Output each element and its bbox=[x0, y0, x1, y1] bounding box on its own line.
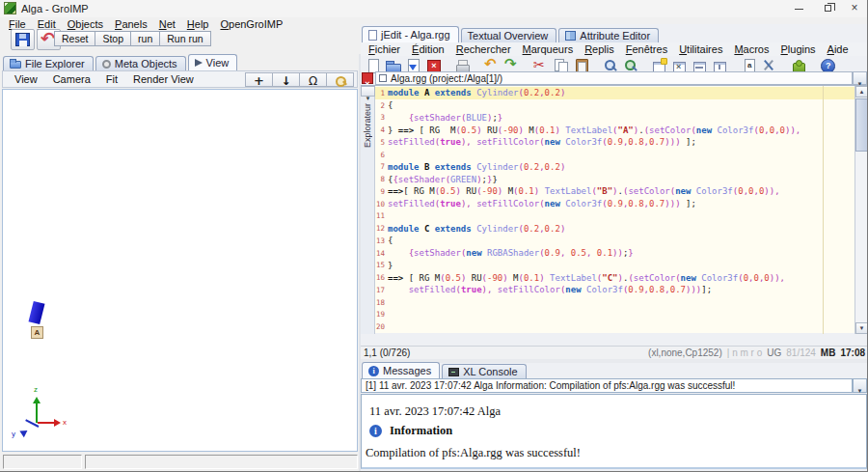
code-editor[interactable]: Explorateur 1module A extends Cylinder(0… bbox=[361, 85, 868, 333]
line-number: 3 bbox=[375, 113, 388, 122]
tab-messages[interactable]: Messages bbox=[362, 362, 440, 378]
status-right-cluster: (xl,none,Cp1252) | n m r o UG 81/124 MB … bbox=[648, 347, 865, 358]
stop-button[interactable]: Stop bbox=[95, 31, 131, 46]
meta-objects-icon bbox=[102, 60, 111, 69]
rgg-run-buttons: ResetStoprunRun run bbox=[55, 31, 211, 46]
jedit-statusbar: 1,1 (0/726) (xl,none,Cp1252) | n m r o U… bbox=[361, 346, 868, 359]
tab-textual-overview[interactable]: Textual Overview bbox=[461, 28, 557, 42]
rotate-button[interactable] bbox=[299, 72, 327, 87]
menu-plugins[interactable]: Plugins bbox=[774, 42, 821, 56]
minimize-button[interactable] bbox=[785, 0, 812, 17]
code-line-3[interactable]: 3 {setShader(BLUE);} bbox=[375, 112, 854, 125]
code-line-20[interactable]: 20 bbox=[375, 320, 854, 333]
close-button[interactable]: × bbox=[841, 0, 868, 17]
message-timestamp: 11 avr. 2023 17:07:42 Alga bbox=[369, 404, 501, 419]
left-panel-tabs: File ExplorerMeta ObjectsView bbox=[3, 54, 239, 70]
scroll-up-button[interactable]: ▲ bbox=[855, 86, 868, 97]
pan-down-button[interactable] bbox=[272, 72, 300, 87]
code-line-14[interactable]: 14 {setShader(new RGBAShader(0.9, 0.5, 0… bbox=[375, 247, 854, 260]
tab-meta-objects[interactable]: Meta Objects bbox=[95, 56, 186, 70]
menu-view[interactable]: View bbox=[7, 73, 45, 85]
code-line-9[interactable]: 9==>[ RG M(0.5) RU(-90) M(0.1) TextLabel… bbox=[375, 185, 854, 198]
line-number: 7 bbox=[375, 162, 388, 171]
menu-objects[interactable]: Objects bbox=[62, 17, 109, 31]
message-selector[interactable]: [1] 11 avr. 2023 17:07:42 Alga Informati… bbox=[361, 378, 853, 393]
menu-camera[interactable]: Camera bbox=[45, 73, 98, 85]
menu-help[interactable]: Help bbox=[181, 17, 215, 31]
menu-opengroimp[interactable]: OpenGroIMP bbox=[214, 17, 288, 31]
code-line-7[interactable]: 7module B extends Cylinder(0.2,0.2) bbox=[375, 161, 854, 174]
x-axis-line bbox=[38, 422, 54, 424]
code-text: { bbox=[388, 100, 393, 110]
run-button[interactable]: run bbox=[130, 31, 160, 46]
code-text: ==>[ RG M(0.5) RU(-90) M(0.1) TextLabel(… bbox=[388, 186, 780, 196]
tab-view[interactable]: View bbox=[188, 54, 238, 70]
tab-label: Attribute Editor bbox=[580, 30, 650, 42]
vertical-scrollbar[interactable]: ▲ ▼ bbox=[854, 86, 868, 334]
code-line-5[interactable]: 5setFilled(true), setFillColor(new Color… bbox=[375, 136, 854, 149]
explorer-tab-label[interactable]: Explorateur bbox=[363, 103, 372, 148]
menu-marqueurs[interactable]: Marqueurs bbox=[517, 42, 580, 56]
wrap-margin-line bbox=[823, 86, 824, 334]
explorer-collapse-button[interactable] bbox=[361, 86, 375, 97]
menu-fit[interactable]: Fit bbox=[98, 73, 125, 85]
code-line-8[interactable]: 8{{setShader(GREEN);}} bbox=[375, 173, 854, 185]
code-line-17[interactable]: 17 setFilled(true), setFillColor(new Col… bbox=[375, 284, 854, 296]
menu-aide[interactable]: Aide bbox=[822, 42, 854, 56]
maximize-button[interactable] bbox=[814, 0, 841, 17]
3d-viewport[interactable]: A z x y bbox=[2, 89, 358, 452]
close-buffer-button[interactable] bbox=[362, 72, 373, 84]
code-line-6[interactable]: 6 bbox=[375, 149, 854, 161]
vertical-scroll-thumb[interactable] bbox=[855, 98, 868, 152]
line-number: 8 bbox=[375, 175, 388, 183]
cylinder-object[interactable] bbox=[29, 301, 45, 324]
editor-panel: jEdit - Alga.rggTextual OverviewAttribut… bbox=[361, 24, 868, 472]
message-dropdown-button[interactable] bbox=[853, 378, 867, 393]
z-axis-line bbox=[36, 403, 38, 423]
buffer-dropdown-button[interactable] bbox=[853, 71, 867, 85]
code-line-18[interactable]: 18 bbox=[375, 296, 854, 309]
code-text: setFilled(true), setFillColor(new Color3… bbox=[388, 285, 712, 294]
code-line-19[interactable]: 19 bbox=[375, 309, 854, 321]
tab-xl-console[interactable]: XL Console bbox=[442, 364, 526, 378]
menu-net[interactable]: Net bbox=[153, 17, 181, 31]
menu-fichier[interactable]: Fichier bbox=[363, 42, 406, 56]
menu-utilitaires[interactable]: Utilitaires bbox=[673, 42, 728, 56]
menu-fen-tres[interactable]: Fenêtres bbox=[620, 42, 673, 56]
code-line-12[interactable]: 12module C extends Cylinder(0.2,0.2) bbox=[375, 222, 854, 235]
reset-button[interactable]: Reset bbox=[54, 31, 95, 46]
zoom-button[interactable] bbox=[326, 72, 354, 87]
view-tool-buttons bbox=[246, 72, 354, 87]
menu-dition[interactable]: Édition bbox=[406, 42, 450, 56]
menu-render-view[interactable]: Render View bbox=[125, 73, 202, 85]
code-line-1[interactable]: 1module A extends Cylinder(0.2,0.2) bbox=[375, 87, 854, 99]
run-run-button[interactable]: Run run bbox=[159, 31, 210, 46]
tab-label: File Explorer bbox=[25, 58, 85, 69]
scroll-down-button[interactable]: ▼ bbox=[855, 322, 868, 334]
buffer-checkbox[interactable] bbox=[379, 74, 387, 82]
code-line-11[interactable]: 11 bbox=[375, 210, 854, 223]
code-lines[interactable]: 1module A extends Cylinder(0.2,0.2)2{3 {… bbox=[375, 87, 854, 333]
editor-side-strip: Explorateur bbox=[361, 86, 375, 334]
line-number: 17 bbox=[375, 286, 388, 294]
code-line-4[interactable]: 4} ==> [ RG M(0.5) RU(-90) M(0.1) TextLa… bbox=[375, 124, 854, 136]
save-project-button[interactable] bbox=[11, 29, 35, 50]
code-text: module C extends Cylinder(0.2,0.2) bbox=[388, 224, 565, 234]
tab-attribute-editor[interactable]: Attribute Editor bbox=[558, 28, 659, 42]
line-number: 6 bbox=[375, 151, 388, 159]
code-line-15[interactable]: 15} bbox=[375, 260, 854, 272]
memory-unit: MB bbox=[821, 347, 836, 358]
tab-file-explorer[interactable]: File Explorer bbox=[3, 56, 94, 70]
menu-macros[interactable]: Macros bbox=[728, 42, 774, 56]
code-line-13[interactable]: 13{ bbox=[375, 235, 854, 247]
menu-replis[interactable]: Replis bbox=[579, 42, 620, 56]
x-axis-label: x bbox=[63, 418, 67, 427]
code-line-16[interactable]: 16==> [ RG M(0.5) RU(-90) M(0.1) TextLab… bbox=[375, 271, 854, 284]
tab-jedit-alga-rgg[interactable]: jEdit - Alga.rgg bbox=[362, 26, 459, 42]
menu-panels[interactable]: Panels bbox=[109, 17, 153, 31]
move-button[interactable] bbox=[245, 72, 273, 87]
y-axis-arrow-icon bbox=[18, 428, 28, 437]
buffer-switcher[interactable]: Alga.rgg (project:/Alga[1]/) bbox=[375, 71, 853, 85]
code-line-2[interactable]: 2{ bbox=[375, 99, 854, 112]
code-line-10[interactable]: 10setFilled(true), setFillColor(new Colo… bbox=[375, 198, 854, 210]
